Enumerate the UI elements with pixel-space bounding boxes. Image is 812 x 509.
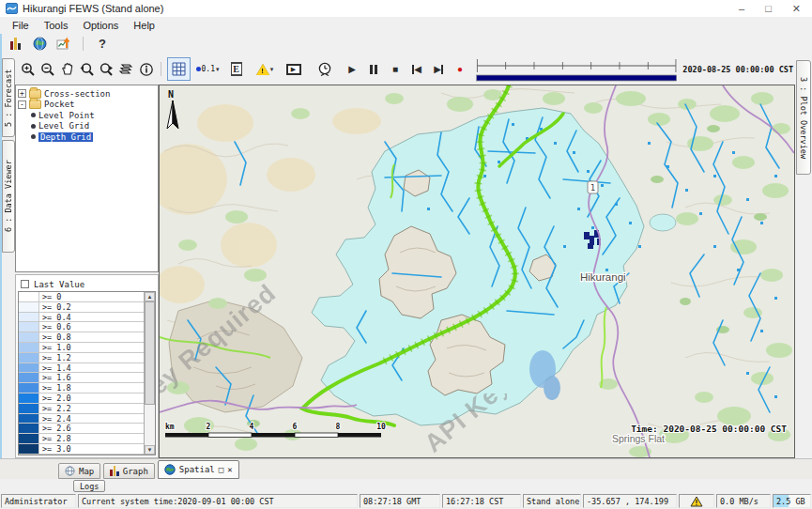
stop-button[interactable]: ■ [389,63,402,76]
status-local-time: 16:27:18 CST [442,494,521,508]
video-icon: ▶ [286,64,301,75]
editor-button[interactable]: E [224,57,248,81]
bar-chart-icon [10,38,21,50]
tree-item-level-point[interactable]: Level Point [18,110,156,121]
folder-icon [29,89,41,99]
timer-button[interactable] [313,57,336,81]
folder-icon [29,100,41,109]
pan-button[interactable] [58,59,76,80]
legend-row: >= 1.8 [19,383,144,393]
status-warning[interactable] [679,494,714,508]
legend-swatch [19,393,39,403]
zoom-previous-icon [79,62,95,77]
menu-item[interactable]: File [6,19,36,32]
menu-bar: FileToolsOptionsHelp [0,17,812,34]
legend-rows: >= 0 >= 0.2 >= 0.4 >= 0.6 >= 0.8 [19,292,144,455]
legend-row: >= 0 [19,292,144,302]
step-back-button[interactable]: ◀ [410,63,423,76]
animation-display-button[interactable]: ▶ [282,57,305,81]
status-memory[interactable]: 2.5 GB [773,494,811,508]
scroll-down-icon[interactable]: ▼ [145,445,155,455]
zoom-previous-button[interactable] [78,59,96,80]
tab-data-viewer[interactable]: 6 : Data Viewer [2,140,15,253]
editor-icon: E [231,62,242,76]
info-button[interactable] [137,59,155,80]
minimize-button[interactable]: – [739,0,744,17]
legend-value: >= 2.4 [39,414,71,424]
logs-button[interactable]: Logs [73,480,105,492]
toolbar-map: 0.1 ▾ E ! ▾ ▶ ▶ ■ ◀ ▶ ● [0,54,812,85]
window-title: Hikurangi FEWS (Stand alone) [23,3,163,14]
legend-row: >= 3.0 [19,444,144,455]
menu-item[interactable]: Help [127,19,161,32]
svg-text:N: N [168,89,174,100]
record-button[interactable]: ● [453,63,467,76]
pause-button[interactable] [367,63,380,76]
legend-swatch [19,404,39,413]
zoom-out-icon [40,62,55,77]
database-display-button[interactable] [6,36,24,53]
tree-item-pocket[interactable]: - Pocket [18,100,156,111]
legend-swatch [19,383,39,393]
tree-label: Cross-section [44,89,110,99]
svg-text:4: 4 [250,423,254,431]
help-button[interactable]: ? [93,36,112,53]
tree-item-level-grid[interactable]: Level Grid [18,121,156,132]
zoom-in-button[interactable] [19,59,37,80]
legend-row: >= 0.6 [19,322,144,332]
tree-item-depth-grid[interactable]: Depth Grid [18,131,156,143]
scroll-up-icon[interactable]: ▲ [145,292,155,301]
status-bar: Administrator Current system time:2020-0… [0,493,812,509]
tab-graph[interactable]: Graph [103,463,155,479]
bar-chart-icon [110,466,119,476]
tab-plot-overview[interactable]: 3 : Plot Overview [796,60,811,175]
legend-row: >= 2.2 [19,404,144,414]
svg-text:2: 2 [207,423,211,431]
play-button[interactable]: ▶ [345,63,359,76]
legend-row: >= 2.6 [19,424,144,434]
contour-value-dropdown[interactable]: 0.1 ▾ [192,57,222,81]
legend-swatch [19,424,39,433]
separator [83,37,84,51]
zoom-out-button[interactable] [38,59,56,80]
map-time-label: Time: 2020-08-25 00:00:00 CST [631,424,787,434]
globe-wire-icon [65,466,75,476]
title-bar: Hikurangi FEWS (Stand alone) – □ ✕ [0,0,812,17]
legend-scrollbar[interactable]: ▲ ▼ [144,292,155,455]
tab-forecast[interactable]: 5 : Forecast [2,58,15,137]
last-value-checkbox[interactable] [21,280,29,288]
thresholds-dropdown[interactable]: ! ▾ [250,57,280,81]
time-slider[interactable] [476,55,677,84]
flood-patch [650,214,676,231]
help-icon: ? [99,37,106,51]
step-forward-button[interactable]: ▶ [432,63,445,76]
collapse-icon[interactable]: - [18,100,26,109]
menu-item[interactable]: Options [76,19,125,32]
import-display-button[interactable] [54,36,73,53]
legend-row: >= 1.4 [19,363,144,374]
tab-map[interactable]: Map [58,463,100,479]
layers-button[interactable] [117,59,135,80]
legend-row: >= 2.0 [19,393,144,404]
map-view[interactable]: 1 API Key Required API Key Required N [159,85,795,458]
legend-swatch [19,373,39,382]
left-tab-strip: 5 : Forecast 6 : Data Viewer [2,58,15,253]
map-canvas: 1 API Key Required API Key Required N [160,85,794,457]
scrollbar-thumb[interactable] [145,301,155,405]
map-display-button[interactable] [30,36,49,53]
expand-icon[interactable]: + [18,89,26,98]
close-button[interactable]: ✕ [792,0,801,17]
zoom-next-button[interactable] [98,59,115,80]
status-user: Administrator [1,494,76,508]
legend-swatch [19,322,39,332]
tab-maximize-icon[interactable]: □ [219,466,223,474]
menu-item[interactable]: Tools [38,19,75,32]
tab-spatial[interactable]: Spatial □ ✕ [158,460,239,479]
legend-value: >= 0.6 [39,322,71,332]
grid-display-button[interactable] [167,57,191,81]
tree-item-cross-section[interactable]: + Cross-section [18,88,156,100]
warning-triangle-icon: ! [256,64,269,75]
tab-close-icon[interactable]: ✕ [227,466,232,474]
contour-value: 0.1 [202,65,215,73]
maximize-button[interactable]: □ [765,0,772,17]
